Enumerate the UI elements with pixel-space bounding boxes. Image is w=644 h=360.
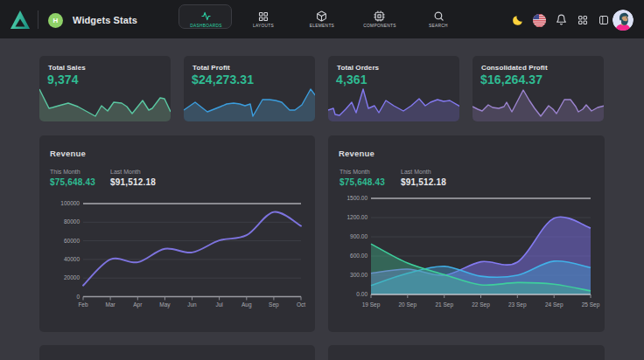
- svg-text:900.00: 900.00: [350, 233, 368, 239]
- svg-text:Mar: Mar: [105, 301, 116, 308]
- svg-text:20 Sep: 20 Sep: [398, 301, 416, 308]
- svg-text:600.00: 600.00: [350, 253, 368, 259]
- svg-text:May: May: [159, 301, 171, 308]
- svg-text:1500.00: 1500.00: [347, 195, 368, 201]
- svg-text:25 Sep: 25 Sep: [582, 301, 600, 308]
- svg-text:19 Sep: 19 Sep: [362, 301, 381, 308]
- svg-text:Feb: Feb: [78, 301, 88, 308]
- svg-text:23 Sep: 23 Sep: [508, 301, 527, 308]
- svg-text:Apr: Apr: [133, 301, 143, 308]
- svg-text:0: 0: [76, 294, 80, 300]
- svg-text:0.00: 0.00: [356, 291, 368, 297]
- svg-text:21 Sep: 21 Sep: [435, 301, 453, 308]
- svg-text:24 Sep: 24 Sep: [545, 301, 564, 308]
- svg-text:60000: 60000: [64, 238, 80, 244]
- svg-text:Sep: Sep: [269, 301, 279, 308]
- svg-text:300.00: 300.00: [350, 272, 368, 278]
- svg-text:80000: 80000: [64, 218, 80, 225]
- svg-text:40000: 40000: [64, 256, 80, 262]
- svg-text:100000: 100000: [60, 200, 80, 206]
- svg-text:Jul: Jul: [215, 301, 223, 308]
- svg-text:20000: 20000: [64, 274, 80, 280]
- svg-text:Oct: Oct: [297, 301, 305, 308]
- svg-text:22 Sep: 22 Sep: [472, 301, 490, 308]
- svg-text:1200.00: 1200.00: [347, 214, 368, 220]
- svg-text:Aug: Aug: [242, 301, 252, 308]
- svg-text:Jun: Jun: [187, 301, 197, 308]
